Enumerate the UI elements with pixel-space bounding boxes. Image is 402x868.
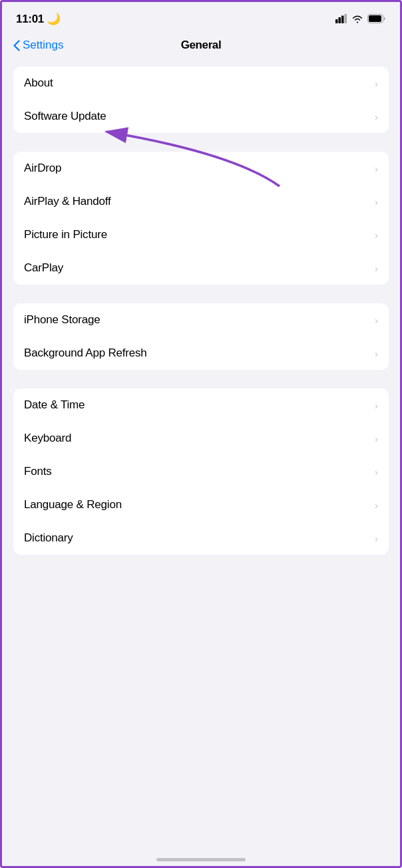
fonts-label: Fonts bbox=[24, 465, 52, 478]
date-time-chevron-icon: › bbox=[375, 400, 378, 411]
picture-in-picture-item[interactable]: Picture in Picture › bbox=[13, 218, 389, 251]
wifi-icon bbox=[351, 14, 363, 23]
settings-content: About › Software Update › AirDrop › AirP… bbox=[0, 60, 402, 580]
status-bar: 11:01 🌙 bbox=[0, 0, 402, 33]
svg-rect-3 bbox=[345, 14, 347, 23]
nav-bar: Settings General bbox=[0, 33, 402, 60]
iphone-storage-label: iPhone Storage bbox=[24, 313, 100, 327]
back-button[interactable]: Settings bbox=[13, 39, 63, 52]
airplay-handoff-label: AirPlay & Handoff bbox=[24, 195, 110, 208]
software-update-item[interactable]: Software Update › bbox=[13, 100, 389, 133]
date-time-label: Date & Time bbox=[24, 398, 85, 412]
airdrop-chevron-icon: › bbox=[375, 163, 378, 174]
section-connectivity: AirDrop › AirPlay & Handoff › Picture in… bbox=[13, 152, 389, 285]
fonts-chevron-icon: › bbox=[375, 466, 378, 478]
keyboard-label: Keyboard bbox=[24, 432, 71, 445]
svg-rect-5 bbox=[369, 15, 381, 22]
dictionary-chevron-icon: › bbox=[375, 533, 378, 544]
picture-in-picture-chevron-icon: › bbox=[375, 229, 378, 241]
section-info: About › Software Update › bbox=[13, 67, 389, 133]
background-app-refresh-chevron-icon: › bbox=[375, 348, 378, 359]
iphone-storage-chevron-icon: › bbox=[375, 315, 378, 326]
software-update-label: Software Update bbox=[24, 110, 106, 123]
battery-icon bbox=[367, 14, 386, 23]
svg-rect-0 bbox=[335, 19, 338, 23]
svg-rect-2 bbox=[341, 16, 344, 24]
airplay-handoff-chevron-icon: › bbox=[375, 196, 378, 208]
software-update-chevron-icon: › bbox=[375, 111, 378, 122]
carplay-label: CarPlay bbox=[24, 261, 63, 275]
page-title: General bbox=[181, 39, 222, 52]
keyboard-item[interactable]: Keyboard › bbox=[13, 422, 389, 455]
background-app-refresh-label: Background App Refresh bbox=[24, 347, 147, 360]
airplay-handoff-item[interactable]: AirPlay & Handoff › bbox=[13, 185, 389, 218]
home-indicator bbox=[156, 858, 246, 861]
language-region-item[interactable]: Language & Region › bbox=[13, 488, 389, 521]
keyboard-chevron-icon: › bbox=[375, 433, 378, 444]
date-time-item[interactable]: Date & Time › bbox=[13, 388, 389, 422]
section-localization: Date & Time › Keyboard › Fonts › Languag… bbox=[13, 388, 389, 555]
status-time: 11:01 🌙 bbox=[16, 12, 61, 26]
language-region-label: Language & Region bbox=[24, 498, 122, 511]
airdrop-item[interactable]: AirDrop › bbox=[13, 152, 389, 185]
carplay-chevron-icon: › bbox=[375, 263, 378, 274]
fonts-item[interactable]: Fonts › bbox=[13, 455, 389, 488]
background-app-refresh-item[interactable]: Background App Refresh › bbox=[13, 337, 389, 370]
about-label: About bbox=[24, 76, 53, 90]
signal-icon bbox=[335, 14, 347, 23]
about-chevron-icon: › bbox=[375, 78, 378, 89]
airdrop-label: AirDrop bbox=[24, 162, 61, 175]
status-icons bbox=[335, 14, 386, 23]
iphone-storage-item[interactable]: iPhone Storage › bbox=[13, 303, 389, 337]
picture-in-picture-label: Picture in Picture bbox=[24, 228, 107, 241]
language-region-chevron-icon: › bbox=[375, 500, 378, 511]
about-item[interactable]: About › bbox=[13, 67, 389, 100]
dictionary-label: Dictionary bbox=[24, 531, 73, 545]
dictionary-item[interactable]: Dictionary › bbox=[13, 521, 389, 555]
back-chevron-icon bbox=[13, 40, 20, 51]
section-storage: iPhone Storage › Background App Refresh … bbox=[13, 303, 389, 370]
carplay-item[interactable]: CarPlay › bbox=[13, 251, 389, 285]
back-label: Settings bbox=[23, 39, 63, 52]
svg-rect-1 bbox=[339, 17, 341, 23]
